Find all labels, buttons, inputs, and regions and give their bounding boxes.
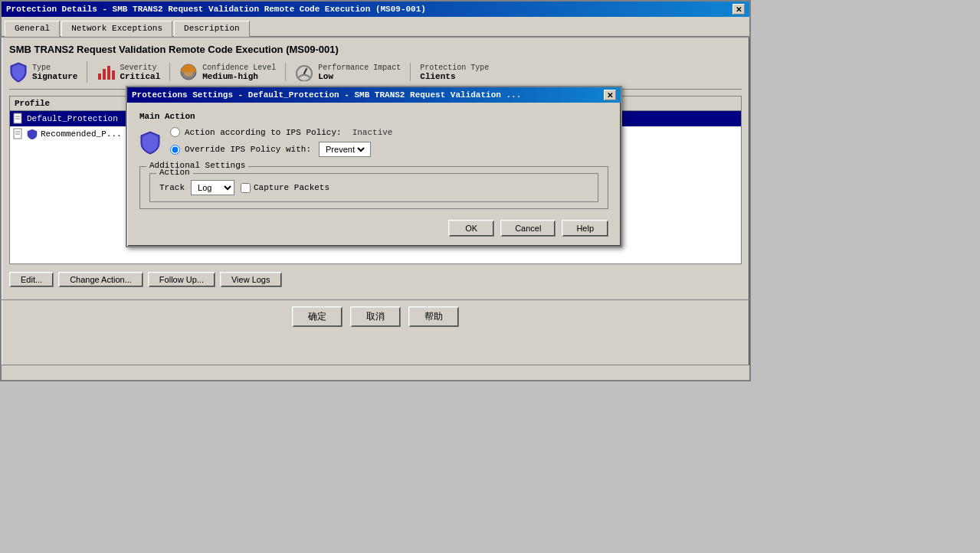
bar-chart-icon <box>97 63 115 81</box>
radio-ips-label: Action according to IPS Policy: <box>185 128 342 137</box>
modal-dialog: Protections Settings - Default_Protectio… <box>126 86 622 247</box>
tab-bar: General Network Exceptions Description <box>2 17 749 38</box>
view-logs-button[interactable]: View Logs <box>220 272 282 287</box>
svg-rect-1 <box>103 69 106 80</box>
capture-packets-label: Capture Packets <box>254 183 329 192</box>
tab-network-exceptions[interactable]: Network Exceptions <box>61 21 172 37</box>
tab-general[interactable]: General <box>5 21 60 37</box>
main-action-label: Main Action <box>139 112 608 121</box>
additional-settings-box: Additional Settings Action Track Log Ale… <box>139 166 608 209</box>
modal-content: Main Action Action according to IPS Poli… <box>127 103 621 246</box>
status-bar <box>2 365 749 380</box>
info-protection-type: Protection Type Clients <box>411 64 498 81</box>
shield-small-icon <box>27 129 38 139</box>
row-profile-1: Default_Protection <box>27 114 118 123</box>
info-severity: Severity Critical <box>87 63 170 81</box>
modal-title: Protections Settings - Default_Protectio… <box>132 90 521 100</box>
confirm-buttons: 确定 取消 帮助 <box>2 299 749 333</box>
radio-override-label: Override IPS Policy with: <box>185 145 311 154</box>
modal-shield-icon <box>139 130 161 155</box>
track-select[interactable]: Log Alert None <box>191 180 234 195</box>
modal-ok-button[interactable]: OK <box>448 220 494 237</box>
info-type: Type Signature <box>9 61 87 83</box>
row-profile-2: Recommended_P... <box>41 129 122 139</box>
confirm-cancel-button[interactable]: 取消 <box>350 306 401 327</box>
main-action-box: Action according to IPS Policy: Inactive… <box>139 127 608 157</box>
doc-icon <box>13 113 24 125</box>
confidence-icon <box>179 63 198 81</box>
main-close-button[interactable]: ✕ <box>733 4 745 15</box>
confirm-ok-button[interactable]: 确定 <box>292 306 343 327</box>
bottom-buttons: Edit... Change Action... Follow Up... Vi… <box>9 272 742 287</box>
override-select[interactable]: Prevent Detect Inactive <box>323 144 367 155</box>
capture-packets-row: Capture Packets <box>241 183 329 193</box>
info-performance: Performance Impact Low <box>286 63 411 81</box>
modal-buttons: OK Cancel Help <box>139 220 608 237</box>
modal-title-bar: Protections Settings - Default_Protectio… <box>127 87 621 103</box>
modal-help-button[interactable]: Help <box>562 220 608 237</box>
svg-point-6 <box>184 67 193 77</box>
main-window-title: Protection Details - SMB TRANS2 Request … <box>6 5 426 14</box>
track-label: Track <box>159 183 185 192</box>
modal-cancel-button[interactable]: Cancel <box>500 220 556 237</box>
col-profile: Profile <box>10 97 133 110</box>
main-title-bar: Protection Details - SMB TRANS2 Request … <box>2 2 749 17</box>
radio-override[interactable] <box>170 145 180 155</box>
shield-icon <box>9 61 28 83</box>
doc-icon-2 <box>13 128 24 140</box>
track-row: Track Log Alert None Capture Packets <box>159 180 588 195</box>
edit-button[interactable]: Edit... <box>9 272 54 287</box>
capture-packets-checkbox[interactable] <box>241 183 251 193</box>
radio-ips-policy[interactable] <box>170 127 180 137</box>
svg-rect-3 <box>112 70 115 80</box>
main-window: Protection Details - SMB TRANS2 Request … <box>0 0 751 381</box>
inactive-badge: Inactive <box>352 128 393 137</box>
info-confidence: Confidence Level Medium-high <box>170 63 286 81</box>
action-fieldset: Action Track Log Alert None Ca <box>149 173 598 202</box>
action-legend: Action <box>156 168 193 177</box>
svg-rect-2 <box>107 66 110 80</box>
change-action-button[interactable]: Change Action... <box>58 272 143 287</box>
radio-group: Action according to IPS Policy: Inactive… <box>170 127 392 157</box>
override-dropdown[interactable]: Prevent Detect Inactive <box>319 142 371 157</box>
svg-rect-0 <box>98 74 101 80</box>
modal-close-button[interactable]: ✕ <box>604 90 616 100</box>
radio-row-2: Override IPS Policy with: Prevent Detect… <box>170 142 392 157</box>
protection-title: SMB TRANS2 Request Validation Remote Cod… <box>9 44 742 55</box>
follow-up-button[interactable]: Follow Up... <box>148 272 215 287</box>
performance-icon <box>295 63 313 81</box>
tab-description[interactable]: Description <box>174 21 250 37</box>
radio-row-1: Action according to IPS Policy: Inactive <box>170 127 392 137</box>
svg-line-8 <box>304 69 306 74</box>
confirm-help-button[interactable]: 帮助 <box>408 306 459 327</box>
track-dropdown[interactable]: Log Alert None <box>191 180 234 195</box>
